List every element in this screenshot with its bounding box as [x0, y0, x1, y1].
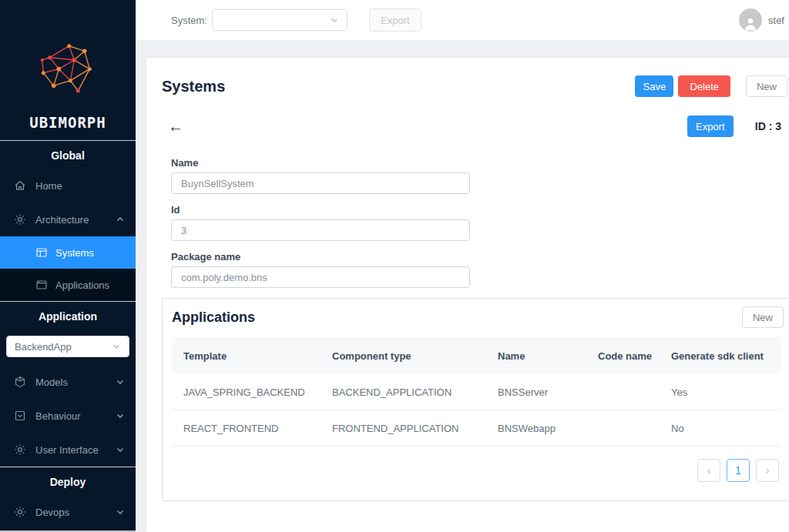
applications-title: Applications [172, 309, 255, 326]
cell-template: JAVA_SPRING_BACKEND [172, 386, 321, 398]
column-header-code-name: Code name [586, 350, 660, 362]
home-icon [14, 179, 26, 192]
chevron-down-icon [330, 15, 339, 25]
cell-component-type: FRONTEND_APPLICATION [321, 423, 486, 434]
record-id-label: ID : 3 [755, 120, 781, 132]
sidebar-item-label: Behaviour [35, 410, 81, 422]
applications-panel-header: Applications New [163, 299, 789, 336]
id-field-label: Id [171, 204, 789, 216]
cell-name: BNSServer [486, 386, 586, 398]
chevron-down-icon [116, 507, 125, 517]
applications-panel: Applications New Template Component type… [162, 298, 789, 501]
sidebar-item-label: Architecture [35, 214, 89, 226]
column-header-name: Name [486, 350, 586, 362]
sidebar-item-label: Models [35, 376, 68, 388]
package-field-label: Package name [171, 251, 789, 263]
section-title-global: Global [0, 141, 136, 169]
chevron-down-icon [112, 342, 121, 351]
system-select-label: System: [171, 15, 207, 26]
application-select[interactable]: BackendApp [6, 336, 129, 357]
package-field-group: Package name [171, 251, 789, 288]
column-header-template: Template [172, 350, 321, 362]
sidebar-item-systems[interactable]: Systems [0, 236, 136, 269]
name-field[interactable] [171, 172, 470, 194]
save-button[interactable]: Save [635, 75, 673, 97]
back-arrow-icon[interactable]: ← [168, 119, 183, 134]
sub-header: ← Export ID : 3 [146, 97, 789, 137]
chevron-down-icon [116, 377, 125, 386]
table-row[interactable]: JAVA_SPRING_BACKEND BACKEND_APPLICATION … [172, 374, 781, 410]
pagination-page-1-button[interactable]: 1 [727, 459, 750, 482]
systems-card: Systems Save Delete New ← Export ID : 3 … [146, 58, 789, 532]
ubimorph-logo-icon [37, 34, 99, 109]
cell-template: REACT_FRONTEND [172, 423, 321, 434]
person-icon [742, 15, 759, 32]
chevron-up-icon [116, 215, 125, 224]
sidebar-item-label: Applications [55, 279, 109, 291]
sidebar-item-architecture[interactable]: Architecture [0, 202, 136, 236]
new-application-button[interactable]: New [742, 306, 784, 328]
name-field-label: Name [171, 157, 789, 169]
gear-icon [14, 506, 26, 518]
sidebar-item-label: Systems [55, 247, 94, 259]
sidebar-item-models[interactable]: Models [0, 365, 136, 399]
page-title: Systems [162, 78, 225, 95]
chevron-down-icon [116, 411, 125, 420]
user-menu[interactable]: stef [739, 8, 784, 32]
column-header-generate-sdk-client: Generate sdk client [660, 350, 781, 362]
pagination-next-button[interactable]: › [756, 459, 779, 482]
brand-name: UBIMORPH [29, 114, 106, 131]
system-select[interactable] [212, 9, 347, 31]
delete-button[interactable]: Delete [678, 75, 730, 97]
column-header-component-type: Component type [321, 350, 486, 362]
app-root: UBIMORPH Global Home Architecture Sys [0, 0, 789, 532]
name-field-group: Name [171, 157, 789, 194]
pagination-prev-button[interactable]: ‹ [697, 459, 720, 482]
architecture-submenu: Systems Applications [0, 236, 136, 301]
table-header-row: Template Component type Name Code name G… [172, 337, 781, 374]
username-label: stef [768, 15, 784, 26]
topbar: System: Export stef [136, 0, 789, 40]
chevron-down-icon [116, 445, 125, 454]
table-row[interactable]: REACT_FRONTEND FRONTEND_APPLICATION BNSW… [172, 410, 781, 447]
card-header: Systems Save Delete New [146, 58, 789, 97]
new-button[interactable]: New [746, 75, 787, 97]
package-name-field[interactable] [171, 266, 470, 288]
gear-icon [14, 213, 26, 226]
cell-generate-sdk-client: Yes [660, 386, 781, 398]
window-icon [35, 279, 48, 291]
export-button[interactable]: Export [687, 115, 734, 137]
applications-table: Template Component type Name Code name G… [172, 337, 781, 447]
topbar-export-button[interactable]: Export [369, 8, 421, 32]
sidebar: UBIMORPH Global Home Architecture Sys [0, 0, 136, 532]
cell-name: BNSWebapp [486, 423, 586, 434]
sidebar-item-devops[interactable]: Devops [0, 495, 136, 529]
section-title-deploy: Deploy [0, 467, 136, 495]
sidebar-item-user-interface[interactable]: User Interface [0, 433, 136, 467]
cell-component-type: BACKEND_APPLICATION [321, 386, 486, 398]
id-field[interactable] [171, 219, 470, 241]
box-arrow-icon [14, 410, 26, 422]
sidebar-item-applications[interactable]: Applications [0, 269, 136, 301]
sidebar-item-label: User Interface [35, 444, 99, 456]
hexagon-model-icon [14, 376, 26, 388]
section-title-application: Application [0, 302, 136, 330]
avatar [739, 8, 762, 32]
sidebar-item-behaviour[interactable]: Behaviour [0, 399, 136, 433]
id-field-group: Id [171, 204, 789, 241]
cell-generate-sdk-client: No [660, 423, 781, 434]
system-form: Name Id Package name [146, 137, 789, 288]
table-icon [35, 246, 48, 259]
sidebar-item-label: Devops [35, 507, 69, 518]
brand-block: UBIMORPH [0, 0, 136, 141]
sidebar-item-home[interactable]: Home [0, 169, 136, 202]
application-select-value: BackendApp [15, 341, 112, 353]
sidebar-item-label: Home [35, 180, 62, 192]
gear-icon [14, 443, 26, 456]
pagination: ‹ 1 › [163, 459, 779, 482]
